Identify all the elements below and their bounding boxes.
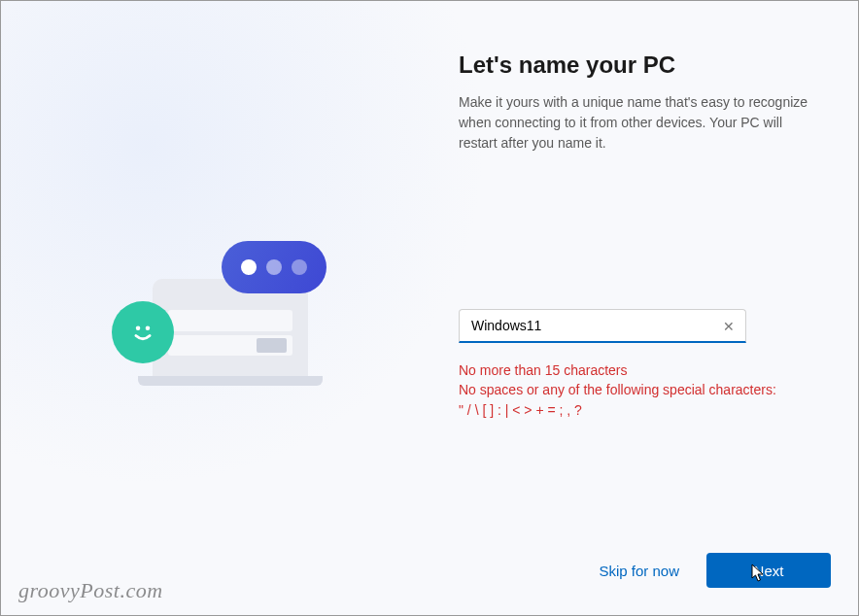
validation-line-1: No more than 15 characters — [459, 360, 811, 380]
typing-dot-1 — [241, 259, 257, 275]
oobe-container: Let's name your PC Make it yours with a … — [1, 1, 858, 615]
validation-line-3: " / \ [ ] : | < > + = ; , ? — [459, 400, 811, 420]
smiley-icon — [112, 301, 174, 363]
pc-name-input[interactable] — [459, 309, 746, 343]
page-title: Let's name your PC — [459, 51, 811, 79]
laptop-button-shape — [257, 338, 287, 353]
validation-line-2: No spaces or any of the following specia… — [459, 380, 811, 399]
typing-dot-3 — [292, 259, 307, 275]
pc-illustration — [80, 225, 352, 420]
svg-point-0 — [135, 325, 140, 330]
illustration-panel — [1, 1, 430, 615]
next-button[interactable]: Next — [706, 553, 831, 588]
page-subtitle: Make it yours with a unique name that's … — [459, 92, 811, 154]
skip-link[interactable]: Skip for now — [599, 563, 679, 579]
svg-point-1 — [145, 325, 150, 330]
watermark-text: groovyPost.com — [18, 578, 163, 603]
validation-message: No more than 15 characters No spaces or … — [459, 360, 811, 420]
content-panel: Let's name your PC Make it yours with a … — [430, 1, 858, 615]
laptop-field-1 — [168, 310, 292, 331]
close-icon: ✕ — [723, 319, 735, 334]
laptop-base — [138, 376, 323, 386]
pc-name-input-wrap: ✕ — [459, 309, 746, 343]
typing-dot-2 — [266, 259, 282, 275]
clear-input-button[interactable]: ✕ — [719, 316, 739, 337]
chat-bubble-icon — [222, 241, 326, 293]
footer-actions: Skip for now Next — [599, 553, 831, 588]
